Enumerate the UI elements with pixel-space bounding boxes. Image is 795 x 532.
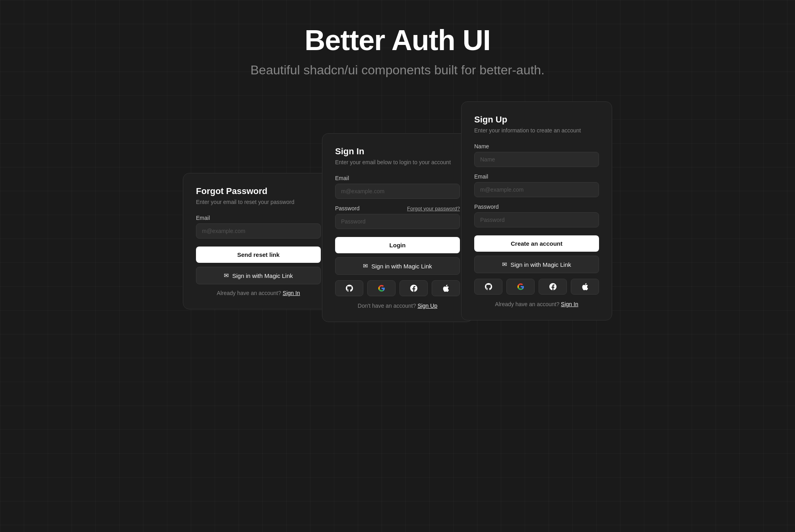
forgot-signin-link[interactable]: Sign In	[283, 290, 300, 296]
signup-name-label: Name	[474, 143, 599, 150]
google-icon-signup	[517, 283, 524, 290]
signup-name-group: Name	[474, 143, 599, 167]
forgot-password-title: Forgot Password	[196, 186, 321, 196]
forgot-password-subtitle: Enter your email to reset your password	[196, 199, 321, 205]
signin-facebook-button[interactable]	[399, 280, 428, 296]
apple-icon	[442, 285, 450, 292]
mail-icon: ✉	[224, 272, 229, 279]
signin-footer: Don't have an account? Sign Up	[335, 303, 460, 309]
sign-in-title: Sign In	[335, 146, 460, 157]
login-button[interactable]: Login	[335, 237, 460, 253]
signin-social-buttons	[335, 280, 460, 296]
signup-password-group: Password	[474, 204, 599, 227]
signup-email-group: Email	[474, 173, 599, 197]
sign-up-title: Sign Up	[474, 115, 599, 125]
signin-magic-link-button[interactable]: ✉ Sign in with Magic Link	[335, 257, 460, 275]
forgot-email-group: Email	[196, 215, 321, 239]
signin-apple-button[interactable]	[432, 280, 460, 296]
forgot-password-link[interactable]: Forgot your password?	[407, 206, 460, 212]
signup-password-label: Password	[474, 204, 599, 210]
forgot-magic-link-button[interactable]: ✉ Sign in with Magic Link	[196, 267, 321, 284]
facebook-icon-signup	[549, 283, 556, 290]
page-wrapper: Better Auth UI Beautiful shadcn/ui compo…	[0, 0, 795, 354]
hero-subtitle: Beautiful shadcn/ui components built for…	[250, 63, 545, 78]
github-icon	[346, 285, 353, 292]
signin-google-button[interactable]	[367, 280, 396, 296]
facebook-icon	[410, 285, 417, 292]
signup-signin-link[interactable]: Sign In	[561, 301, 578, 307]
signin-github-button[interactable]	[335, 280, 363, 296]
signup-github-button[interactable]	[474, 279, 502, 295]
hero-title: Better Auth UI	[304, 24, 490, 56]
signin-mail-icon: ✉	[363, 262, 368, 270]
github-icon-signup	[485, 283, 492, 290]
forgot-email-input[interactable]	[196, 223, 321, 239]
forgot-email-label: Email	[196, 215, 321, 221]
signin-email-group: Email	[335, 175, 460, 199]
sign-up-card: Sign Up Enter your information to create…	[461, 101, 612, 320]
signup-google-button[interactable]	[506, 279, 535, 295]
send-reset-link-button[interactable]: Send reset link	[196, 247, 321, 263]
signin-password-label: Password	[335, 205, 359, 212]
google-icon	[378, 285, 385, 292]
create-account-button[interactable]: Create an account	[474, 235, 599, 252]
apple-icon-signup	[582, 283, 589, 290]
signup-facebook-button[interactable]	[539, 279, 567, 295]
signin-signup-link[interactable]: Sign Up	[417, 303, 437, 309]
forgot-footer: Already have an account? Sign In	[196, 290, 321, 296]
signup-email-input[interactable]	[474, 182, 599, 197]
sign-in-subtitle: Enter your email below to login to your …	[335, 159, 460, 165]
signup-email-label: Email	[474, 173, 599, 180]
signin-email-label: Email	[335, 175, 460, 181]
signup-mail-icon: ✉	[502, 261, 507, 268]
sign-in-card: Sign In Enter your email below to login …	[322, 133, 473, 322]
sign-up-subtitle: Enter your information to create an acco…	[474, 127, 599, 134]
signin-password-group: Password Forgot your password?	[335, 205, 460, 229]
cards-container: Forgot Password Enter your email to rese…	[159, 101, 636, 322]
signup-apple-button[interactable]	[571, 279, 599, 295]
signup-footer: Already have an account? Sign In	[474, 301, 599, 307]
signin-email-input[interactable]	[335, 184, 460, 199]
signup-social-buttons	[474, 279, 599, 295]
signup-magic-link-button[interactable]: ✉ Sign in with Magic Link	[474, 256, 599, 273]
signup-password-input[interactable]	[474, 212, 599, 227]
signup-name-input[interactable]	[474, 152, 599, 167]
forgot-password-card: Forgot Password Enter your email to rese…	[183, 173, 334, 309]
signin-password-input[interactable]	[335, 214, 460, 229]
